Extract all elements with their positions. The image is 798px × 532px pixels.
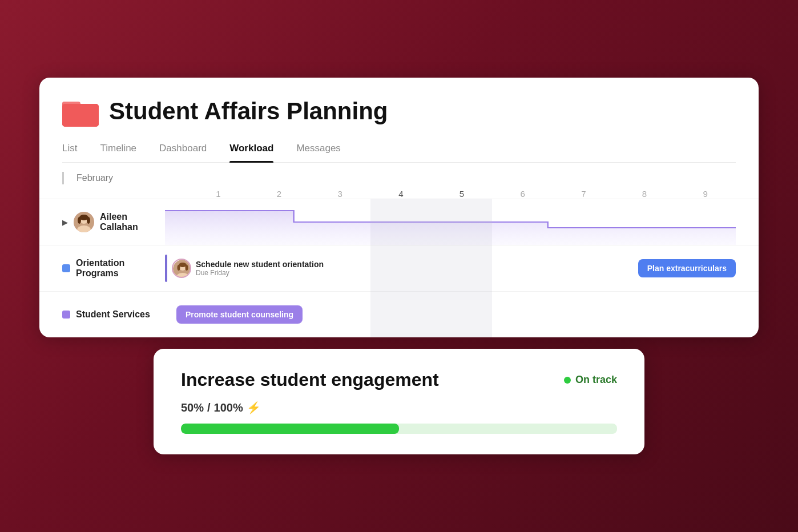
services-color-dot bbox=[62, 311, 70, 319]
tab-workload[interactable]: Workload bbox=[229, 143, 273, 162]
left-border-orientation bbox=[165, 255, 167, 282]
workload-rows: ▶ Aileen Callahan bbox=[39, 199, 759, 337]
folder-icon bbox=[62, 96, 99, 127]
svg-point-8 bbox=[87, 217, 90, 224]
tabs-row: List Timeline Dashboard Workload Message… bbox=[62, 143, 736, 163]
orientation-color-dot bbox=[62, 264, 70, 272]
date-3: 3 bbox=[309, 189, 370, 199]
card-header: Student Affairs Planning List Timeline D… bbox=[39, 78, 759, 163]
date-7: 7 bbox=[553, 189, 614, 199]
progress-separator: / bbox=[207, 401, 211, 414]
progress-bar-bg bbox=[181, 424, 617, 434]
svg-point-13 bbox=[178, 265, 180, 271]
progress-max: 100% bbox=[214, 401, 243, 414]
month-divider bbox=[62, 172, 64, 184]
services-label: Student Services bbox=[39, 309, 165, 320]
date-8: 8 bbox=[614, 189, 675, 199]
on-track-badge: On track bbox=[564, 374, 617, 386]
top-card: Student Affairs Planning List Timeline D… bbox=[39, 78, 759, 337]
svg-point-7 bbox=[78, 217, 81, 224]
tab-messages[interactable]: Messages bbox=[296, 143, 340, 162]
student-services-row: Student Services Promote student counsel… bbox=[39, 291, 759, 337]
plan-extracurriculars-pill[interactable]: Plan extracurriculars bbox=[638, 259, 736, 277]
main-container: Student Affairs Planning List Timeline D… bbox=[39, 78, 759, 454]
tab-list[interactable]: List bbox=[62, 143, 77, 162]
date-5: 5 bbox=[432, 189, 493, 199]
month-label: February bbox=[76, 173, 113, 183]
lightning-icon: ⚡ bbox=[247, 401, 261, 414]
goal-header: Increase student engagement On track bbox=[181, 369, 617, 390]
on-track-dot bbox=[564, 377, 571, 384]
services-name: Student Services bbox=[76, 309, 150, 320]
bottom-card: Increase student engagement On track 50%… bbox=[154, 349, 644, 454]
workload-chart bbox=[165, 199, 736, 245]
task-info-orientation: Schedule new student orientation Due Fri… bbox=[196, 260, 324, 277]
date-6: 6 bbox=[492, 189, 553, 199]
goal-title: Increase student engagement bbox=[181, 369, 439, 390]
project-title: Student Affairs Planning bbox=[109, 98, 388, 125]
progress-current: 50% bbox=[181, 401, 204, 414]
aileen-row: ▶ Aileen Callahan bbox=[39, 199, 759, 245]
schedule-orientation-title: Schedule new student orientation bbox=[196, 260, 324, 269]
date-1: 1 bbox=[188, 189, 249, 199]
progress-bar-fill bbox=[181, 424, 399, 434]
tab-dashboard[interactable]: Dashboard bbox=[159, 143, 207, 162]
aileen-avatar bbox=[74, 212, 94, 232]
tab-timeline[interactable]: Timeline bbox=[100, 143, 136, 162]
progress-percent-row: 50% / 100% ⚡ bbox=[181, 401, 617, 414]
orientation-name: Orientation Programs bbox=[76, 258, 159, 279]
project-title-row: Student Affairs Planning bbox=[62, 96, 736, 127]
orientation-label: Orientation Programs bbox=[39, 258, 165, 279]
aileen-label: ▶ Aileen Callahan bbox=[39, 212, 165, 232]
task-avatar-orientation bbox=[172, 259, 191, 278]
aileen-name: Aileen Callahan bbox=[100, 212, 159, 232]
svg-point-14 bbox=[186, 265, 188, 271]
chevron-icon[interactable]: ▶ bbox=[62, 218, 68, 227]
date-4: 4 bbox=[370, 189, 432, 199]
schedule-orientation-due: Due Friday bbox=[196, 269, 324, 277]
date-2: 2 bbox=[249, 189, 310, 199]
date-9: 9 bbox=[675, 189, 736, 199]
svg-rect-2 bbox=[62, 104, 99, 127]
on-track-label: On track bbox=[575, 374, 617, 386]
orientation-row: Orientation Programs bbox=[39, 245, 759, 291]
promote-counseling-pill[interactable]: Promote student counseling bbox=[176, 305, 303, 324]
